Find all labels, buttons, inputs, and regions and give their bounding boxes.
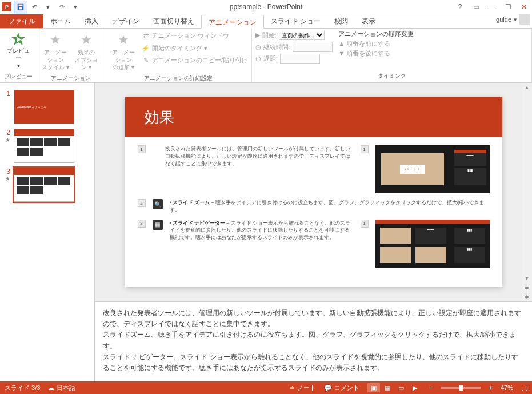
avatar [519,14,530,25]
move-earlier-button[interactable]: ▲ 順番を前にする [338,39,414,48]
animation-style-button[interactable]: ★ アニメーション スタイル ▾ [41,30,70,73]
sorter-view-button[interactable]: ▦ [381,383,394,392]
start-select[interactable]: 直前の動作… [279,30,325,40]
language-icon: ☁ [48,384,54,392]
duration-input[interactable] [293,42,333,52]
prev-slide-icon[interactable]: ≑ [522,283,532,292]
qat-customize[interactable]: ▾ [69,1,82,13]
preview-label: プレビュー [5,47,32,62]
scroll-down-icon[interactable]: ▼ [522,274,532,283]
thumb-number: 1 [3,90,10,98]
group-timing: ▶開始:直前の動作… ◷継続時間: ◵遅延: アニメーションの順序変更 ▲ 順番… [252,29,532,82]
ribbon-tabs: ファイル ホーム 挿入 デザイン 画面切り替え アニメーション スライド ショー… [0,14,532,28]
tab-design[interactable]: デザイン [105,14,146,28]
up-icon: ▲ [338,40,345,47]
slide-thumbnail-2[interactable] [14,129,74,163]
animation-pane-button[interactable]: ⇄アニメーション ウィンドウ [142,30,248,42]
zoom-thumb[interactable] [459,385,463,391]
delay-input[interactable] [280,54,320,64]
tab-review[interactable]: 校閲 [327,14,355,28]
animation-painter-button[interactable]: ✎アニメーションのコピー/貼り付け [142,54,248,67]
slide-title: 効果 [145,108,174,128]
vertical-scrollbar[interactable]: ▲ ▼ ≑ ≑ [522,83,532,301]
timing-start-row[interactable]: ▶開始:直前の動作… [255,30,333,41]
tab-animations[interactable]: アニメーション [201,15,264,29]
trigger-button[interactable]: ⚡開始のタイミング ▾ [142,42,248,55]
minimize-button[interactable]: — [484,1,500,13]
ribbon-options-button[interactable]: ▭ [468,1,484,13]
svg-rect-1 [19,5,23,7]
reading-view-button[interactable]: ▭ [395,383,407,392]
group-label-advanced: アニメーションの詳細設定 [109,73,248,83]
tab-slideshow[interactable]: スライド ショー [264,14,327,28]
preview-button[interactable]: プレビュー ▾ [3,30,33,71]
comments-toggle[interactable]: 💬コメント [324,384,359,392]
tab-file[interactable]: ファイル [0,14,43,28]
timing-delay-row[interactable]: ◵遅延: [255,53,333,64]
slide-text-2: • スライド ズーム – 聴き手をアイデアに引き付けるのに役立ちます。図、グラフ… [170,199,490,214]
fit-to-window-button[interactable]: ⛶ [521,384,527,391]
animation-indicator-icon: ★ [3,137,10,143]
slide-area: 効果 1 改良された発表者ツールには、管理用の新しいツールが付属しています。新し… [95,83,532,381]
star-icon: ★ [50,32,61,49]
painter-icon: ✎ [142,55,150,66]
workspace: 1 2★ 3★ 効果 1 改良された発表者ツールには、管理用の新しいツールが付属… [0,83,532,381]
notes-pane[interactable]: 改良された発表者ツールには、管理用の新しいツールが付属しています。新しい自動拡張… [95,301,532,381]
undo-button[interactable]: ↶ [27,1,41,13]
tab-view[interactable]: 表示 [355,14,382,28]
tab-home[interactable]: ホーム [43,14,78,28]
animation-tag[interactable]: 1 [361,220,369,228]
slide-thumbnail-1[interactable] [14,90,74,124]
tab-insert[interactable]: 挿入 [78,14,105,28]
play-icon: ▶ [255,30,260,41]
notes-toggle[interactable]: ≐ノート [290,384,316,392]
group-label-animation: アニメーション [41,73,101,83]
svg-rect-2 [19,7,22,10]
thumbnail-pane[interactable]: 1 2★ 3★ [0,83,95,381]
close-button[interactable]: ✕ [516,1,532,13]
group-label-preview: プレビュー [3,71,33,82]
notes-line: スライド ナビゲーター。スライド ショー表示から離れることなく、他のスライドを視… [103,352,524,373]
animation-tag[interactable]: 1 [361,145,369,153]
trigger-icon: ⚡ [142,43,150,54]
slide-thumbnail-3[interactable] [14,168,74,202]
maximize-button[interactable]: ☐ [500,1,516,13]
slide-text-3: • スライド ナビゲーター – スライド ショー表示から離れることなく、他のスラ… [170,220,354,268]
slide-text-1: 改良された発表者ツールには、管理用の新しいツールが付属しています。新しい自動拡張… [165,145,354,193]
user-dropdown-icon: ▾ [514,16,517,23]
normal-view-button[interactable]: ▣ [367,383,380,392]
zoom-level[interactable]: 47% [501,384,513,391]
effect-options-button[interactable]: ★ 効果の オプション ▾ [71,30,101,73]
tab-transitions[interactable]: 画面切り替え [146,14,201,28]
animation-tag[interactable]: 2 [138,199,146,207]
status-bar: スライド 3/3 ☁日本語 ≐ノート 💬コメント ▣ ▦ ▭ ▶ − + 47%… [0,381,532,394]
slide-counter[interactable]: スライド 3/3 [5,384,40,392]
undo-dropdown[interactable]: ▾ [41,1,55,13]
timing-duration-row[interactable]: ◷継続時間: [255,42,333,53]
notes-line: 改良された発表者ツールには、管理用の新しいツールが付属しています。新しい自動拡張… [103,308,524,329]
next-slide-icon[interactable]: ≑ [522,292,532,301]
zoom-slider[interactable] [441,387,481,389]
down-icon: ▼ [338,50,345,57]
animation-tag[interactable]: 1 [138,145,146,153]
user-name: guide [496,16,511,23]
window-title: pptsample - PowerPoint [230,3,302,11]
navigator-icon: ▦ [153,220,163,230]
user-account[interactable]: guide ▾ [496,14,530,25]
zoom-in-button[interactable]: + [489,384,493,391]
pane-icon: ⇄ [142,31,150,41]
scroll-up-icon[interactable]: ▲ [522,83,532,92]
help-button[interactable]: ? [452,1,468,13]
delay-icon: ◵ [255,53,261,64]
slide-canvas[interactable]: 効果 1 改良された発表者ツールには、管理用の新しいツールが付属しています。新し… [125,97,502,287]
star-icon: ★ [81,32,92,49]
add-animation-button[interactable]: ★ アニメーション の追加 ▾ [109,30,138,73]
move-later-button[interactable]: ▼ 順番を後にする [338,49,414,58]
zoom-out-button[interactable]: − [429,384,433,391]
notes-icon: ≐ [290,384,295,392]
language-indicator[interactable]: ☁日本語 [48,384,75,392]
redo-button[interactable]: ↷ [55,1,69,13]
save-button[interactable] [14,1,27,13]
animation-tag[interactable]: 3 [138,220,146,228]
slideshow-view-button[interactable]: ▶ [409,383,421,392]
